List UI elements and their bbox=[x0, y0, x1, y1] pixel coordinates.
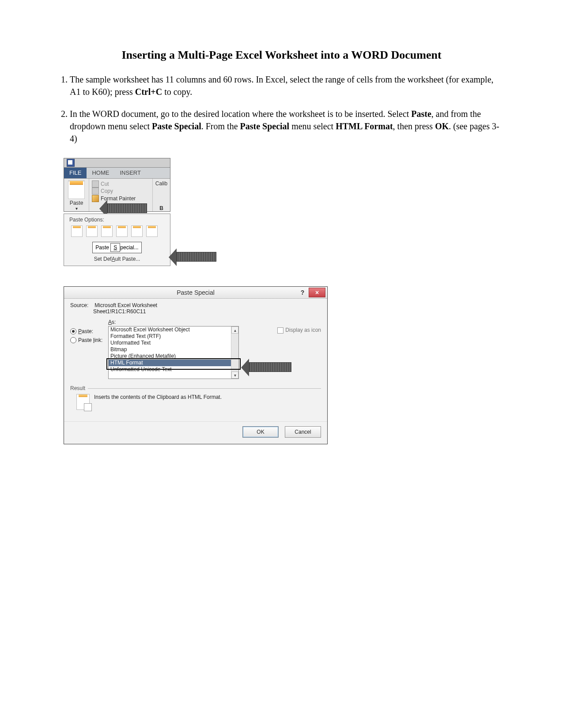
source-label: Source: bbox=[70, 302, 93, 308]
paste-special-menuitem[interactable]: Paste Special... bbox=[64, 241, 170, 253]
ribbon-body: Paste ▾ Cut Copy Format Painter bbox=[64, 179, 170, 211]
tab-home[interactable]: HOME bbox=[87, 168, 114, 178]
scrollbar[interactable]: ▴ ▾ bbox=[231, 326, 238, 379]
dialog-title: Paste Special bbox=[64, 289, 327, 296]
paste-group: Paste ▾ bbox=[64, 179, 89, 211]
cut-line[interactable]: Cut bbox=[92, 180, 150, 188]
paste-option-icon[interactable] bbox=[116, 225, 128, 237]
result-group: Result Inserts the contents of the Clipb… bbox=[70, 385, 321, 420]
radio-paste-link[interactable]: Paste link: bbox=[70, 336, 108, 345]
font-stub: Calib B bbox=[152, 179, 170, 211]
result-text: Inserts the contents of the Clipboard as… bbox=[94, 394, 222, 400]
paste-label: Paste bbox=[64, 200, 89, 206]
arrow-to-paste-icon bbox=[107, 203, 147, 213]
result-label: Result bbox=[70, 385, 85, 391]
tab-file[interactable]: FILE bbox=[64, 168, 87, 178]
font-name: Calib bbox=[155, 180, 167, 187]
step-2: In the WORD document, go to the desired … bbox=[70, 108, 506, 145]
paste-option-icon[interactable] bbox=[146, 225, 158, 237]
arrow-to-paste-special-icon bbox=[177, 252, 216, 262]
word-icon bbox=[67, 159, 75, 167]
scissors-icon bbox=[92, 180, 99, 188]
ribbon-screenshot: FILE HOME INSERT Paste ▾ Cut bbox=[64, 158, 170, 266]
quick-access-toolbar bbox=[64, 158, 170, 168]
help-button[interactable]: ? bbox=[297, 288, 308, 297]
word-ribbon: FILE HOME INSERT Paste ▾ Cut bbox=[64, 158, 170, 212]
set-default-paste-menuitem[interactable]: Set DefAult Paste... bbox=[64, 254, 170, 266]
copy-line[interactable]: Copy bbox=[92, 188, 150, 195]
list-item[interactable]: Unformatted Unicode Text bbox=[109, 366, 231, 373]
paste-option-icon[interactable] bbox=[101, 225, 113, 237]
list-item[interactable]: Formatted Text (RTF) bbox=[109, 333, 231, 340]
document-page: Inserting a Multi-Page Excel Worksheet i… bbox=[0, 0, 563, 728]
radio-icon bbox=[70, 328, 76, 334]
list-item[interactable]: Bitmap bbox=[109, 346, 231, 353]
list-item[interactable]: Unformatted Text bbox=[109, 340, 231, 346]
dialog-body: Source: Microsoft Excel Worksheet Sheet1… bbox=[64, 299, 327, 421]
divider bbox=[88, 388, 321, 389]
step-1: The sample worksheet has 11 columns and … bbox=[70, 73, 506, 98]
ribbon-tabs: FILE HOME INSERT bbox=[64, 168, 170, 179]
paste-special-dialog-wrap: Paste Special ? × Source: Microsoft Exce… bbox=[64, 286, 506, 444]
radio-icon bbox=[70, 337, 76, 343]
checkbox-icon bbox=[277, 327, 283, 334]
scroll-up-icon[interactable]: ▴ bbox=[231, 326, 238, 334]
close-button[interactable]: × bbox=[309, 288, 325, 297]
bold-indicator: B bbox=[159, 205, 163, 211]
as-label: As: bbox=[108, 319, 274, 325]
arrow-to-html-format-icon bbox=[249, 362, 291, 372]
paste-dropdown-icon[interactable]: ▾ bbox=[64, 206, 89, 211]
format-listbox[interactable]: Microsoft Excel Worksheet Object Formatt… bbox=[108, 326, 239, 379]
source-line: Source: Microsoft Excel Worksheet bbox=[70, 302, 321, 308]
paste-options-menu: Paste Options: Paste Special... Set DefA… bbox=[64, 214, 170, 266]
page-title: Inserting a Multi-Page Excel Worksheet i… bbox=[57, 49, 506, 62]
list-item-selected[interactable]: HTML Format bbox=[109, 360, 231, 366]
list-item[interactable]: Picture (Enhanced Metafile) bbox=[109, 353, 231, 360]
copy-label: Copy bbox=[101, 188, 113, 195]
copy-icon bbox=[92, 188, 99, 195]
format-painter-icon bbox=[92, 195, 99, 202]
paste-option-icons bbox=[64, 225, 170, 240]
paste-button[interactable] bbox=[68, 180, 85, 199]
paste-options-header: Paste Options: bbox=[64, 214, 170, 225]
tab-insert[interactable]: INSERT bbox=[114, 168, 146, 178]
clipboard-icon bbox=[76, 394, 90, 410]
dialog-titlebar: Paste Special ? × bbox=[64, 287, 327, 299]
radio-paste[interactable]: Paste: bbox=[70, 327, 108, 336]
list-item[interactable]: Microsoft Excel Worksheet Object bbox=[109, 326, 231, 333]
source-value: Microsoft Excel Worksheet bbox=[94, 302, 157, 308]
paste-option-icon[interactable] bbox=[71, 225, 83, 237]
paste-mode-radios: Paste: Paste link: bbox=[70, 319, 108, 379]
source-sheet: Sheet1!R1C1:R60C11 bbox=[93, 308, 321, 315]
cut-label: Cut bbox=[101, 180, 109, 188]
paste-option-icon[interactable] bbox=[131, 225, 143, 237]
paste-option-icon[interactable] bbox=[86, 225, 98, 237]
dialog-buttons: OK Cancel bbox=[64, 421, 327, 444]
ok-button[interactable]: OK bbox=[242, 426, 279, 438]
display-as-icon-label: Display as icon bbox=[285, 327, 321, 333]
scroll-down-icon[interactable]: ▾ bbox=[231, 372, 238, 379]
cancel-button[interactable]: Cancel bbox=[285, 426, 321, 438]
steps-list: The sample worksheet has 11 columns and … bbox=[57, 73, 506, 145]
